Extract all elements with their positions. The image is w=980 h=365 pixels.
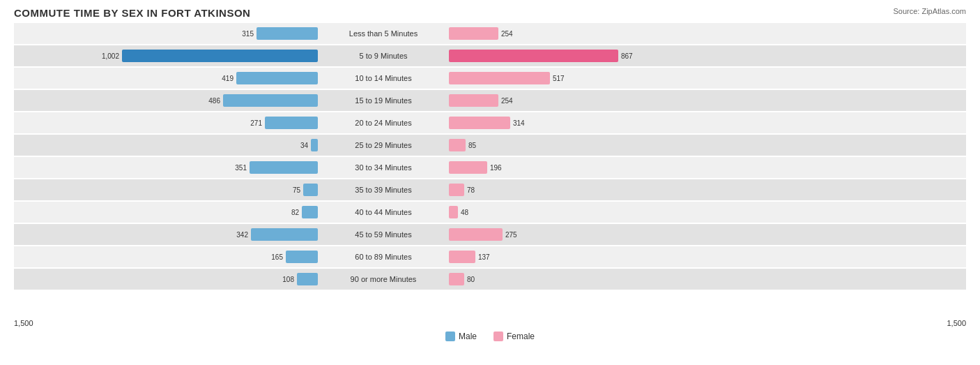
male-bar bbox=[265, 117, 318, 129]
male-bar-area: 75 bbox=[14, 179, 321, 200]
female-bar-area: 254 bbox=[446, 23, 753, 44]
table-row: 27120 to 24 Minutes314 bbox=[14, 112, 966, 133]
male-value: 351 bbox=[227, 164, 247, 172]
male-bar-area: 342 bbox=[14, 224, 321, 245]
table-row: 1,0025 to 9 Minutes867 bbox=[14, 45, 966, 66]
female-bar-area: 78 bbox=[446, 179, 753, 200]
legend-male-label: Male bbox=[459, 332, 477, 341]
female-bar-area: 314 bbox=[446, 112, 753, 133]
row-label: 5 to 9 Minutes bbox=[321, 52, 446, 60]
male-bar bbox=[251, 228, 318, 241]
male-value: 315 bbox=[234, 30, 254, 38]
female-value: 275 bbox=[505, 231, 517, 239]
female-bar bbox=[449, 161, 487, 174]
row-label: 10 to 14 Minutes bbox=[321, 74, 446, 82]
row-label: 20 to 24 Minutes bbox=[321, 119, 446, 127]
axis-bottom: 1,500 1,500 bbox=[14, 316, 966, 327]
female-value: 78 bbox=[467, 186, 475, 194]
female-value: 314 bbox=[513, 119, 525, 127]
row-label: Less than 5 Minutes bbox=[321, 29, 446, 38]
male-bar-area: 419 bbox=[14, 68, 321, 89]
female-bar bbox=[449, 206, 458, 218]
legend-male: Male bbox=[445, 332, 477, 341]
table-row: 41910 to 14 Minutes517 bbox=[14, 68, 966, 89]
table-row: 3425 to 29 Minutes85 bbox=[14, 135, 966, 156]
male-bar bbox=[236, 72, 318, 84]
row-label: 60 to 89 Minutes bbox=[321, 253, 446, 261]
chart-area: 315Less than 5 Minutes2541,0025 to 9 Min… bbox=[14, 23, 966, 316]
female-value: 80 bbox=[467, 276, 475, 283]
female-bar bbox=[449, 251, 475, 263]
female-value: 254 bbox=[501, 97, 513, 105]
male-bar bbox=[297, 273, 318, 285]
female-bar bbox=[449, 117, 510, 129]
source-label: Source: ZipAtlas.com bbox=[893, 7, 966, 15]
male-value: 108 bbox=[275, 276, 294, 283]
female-bar-area: 80 bbox=[446, 269, 753, 290]
table-row: 35130 to 34 Minutes196 bbox=[14, 157, 966, 178]
female-value: 85 bbox=[468, 142, 476, 149]
male-value: 34 bbox=[289, 142, 308, 149]
row-label: 40 to 44 Minutes bbox=[321, 208, 446, 216]
row-label: 45 to 59 Minutes bbox=[321, 230, 446, 239]
female-value: 867 bbox=[621, 52, 633, 60]
male-bar-area: 82 bbox=[14, 202, 321, 223]
legend: Male Female bbox=[14, 332, 966, 341]
legend-male-box bbox=[445, 332, 455, 341]
male-value: 271 bbox=[243, 119, 262, 127]
legend-female-box bbox=[493, 332, 503, 341]
male-value: 165 bbox=[263, 253, 283, 261]
female-bar-area: 85 bbox=[446, 135, 753, 156]
female-value: 517 bbox=[553, 75, 565, 82]
female-bar bbox=[449, 273, 464, 285]
row-label: 90 or more Minutes bbox=[321, 275, 446, 283]
axis-left-label: 1,500 bbox=[14, 319, 33, 327]
female-bar bbox=[449, 139, 466, 151]
male-bar-area: 34 bbox=[14, 135, 321, 156]
row-label: 25 to 29 Minutes bbox=[321, 141, 446, 149]
male-value: 419 bbox=[214, 75, 233, 82]
male-value: 82 bbox=[280, 209, 299, 216]
female-bar bbox=[449, 72, 550, 84]
male-bar-area: 108 bbox=[14, 269, 321, 290]
legend-female: Female bbox=[493, 332, 535, 341]
male-bar-area: 271 bbox=[14, 112, 321, 133]
female-bar bbox=[449, 184, 464, 196]
male-bar-area: 315 bbox=[14, 23, 321, 44]
male-value: 486 bbox=[201, 97, 220, 105]
chart-container: COMMUTE TIME BY SEX IN FORT ATKINSON Sou… bbox=[0, 0, 980, 365]
axis-right-label: 1,500 bbox=[947, 319, 966, 327]
table-row: 34245 to 59 Minutes275 bbox=[14, 224, 966, 245]
male-bar bbox=[311, 139, 318, 151]
row-label: 35 to 39 Minutes bbox=[321, 186, 446, 194]
male-value: 1,002 bbox=[100, 52, 119, 60]
male-bar bbox=[257, 27, 318, 40]
female-value: 137 bbox=[478, 253, 490, 261]
row-label: 30 to 34 Minutes bbox=[321, 163, 446, 172]
male-bar bbox=[122, 50, 318, 62]
table-row: 8240 to 44 Minutes48 bbox=[14, 202, 966, 223]
female-bar-area: 48 bbox=[446, 202, 753, 223]
female-bar-area: 517 bbox=[446, 68, 753, 89]
female-bar bbox=[449, 228, 503, 241]
male-bar bbox=[250, 161, 318, 174]
female-value: 48 bbox=[461, 209, 468, 216]
table-row: 48615 to 19 Minutes254 bbox=[14, 90, 966, 111]
male-bar-area: 351 bbox=[14, 157, 321, 178]
female-bar-area: 196 bbox=[446, 157, 753, 178]
male-bar bbox=[286, 251, 318, 263]
male-bar-area: 1,002 bbox=[14, 45, 321, 66]
female-bar bbox=[449, 27, 498, 40]
male-bar bbox=[223, 94, 318, 107]
female-bar bbox=[449, 94, 498, 107]
table-row: 7535 to 39 Minutes78 bbox=[14, 179, 966, 200]
female-bar-area: 137 bbox=[446, 246, 753, 267]
male-bar-area: 486 bbox=[14, 90, 321, 111]
table-row: 10890 or more Minutes80 bbox=[14, 269, 966, 290]
female-value: 196 bbox=[490, 164, 502, 172]
male-bar bbox=[302, 206, 318, 218]
female-bar-area: 275 bbox=[446, 224, 753, 245]
row-label: 15 to 19 Minutes bbox=[321, 96, 446, 105]
male-value: 342 bbox=[229, 231, 248, 239]
female-bar-area: 867 bbox=[446, 45, 753, 66]
